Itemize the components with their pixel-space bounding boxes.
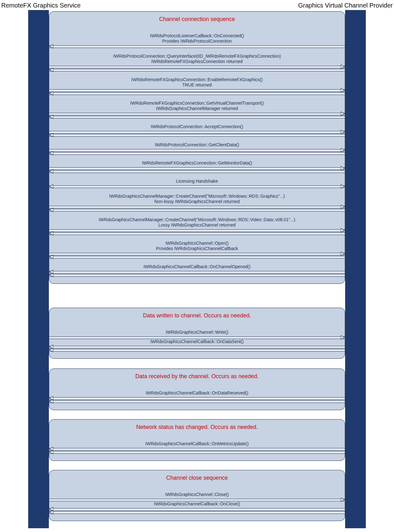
message-text: IWRdsRemoteFXGraphicsConnection::EnableR… <box>49 77 345 82</box>
message-labels: IWRdsRemoteFXGraphicsConnection::GetVirt… <box>49 101 345 112</box>
arrow-left-icon <box>49 68 345 71</box>
arrow-left-icon <box>49 345 345 348</box>
sequence-diagram: RemoteFX Graphics Service Graphics Virtu… <box>0 0 394 532</box>
arrow-left-icon <box>49 447 345 451</box>
fragment: Channel close sequenceIWRdsGraphicsChann… <box>49 470 345 521</box>
message-text: IWRdsGraphicsChannelCallback::OnMetricsU… <box>49 441 345 446</box>
fragment-title: Channel connection sequence <box>49 15 345 28</box>
arrow-right-icon <box>49 112 345 115</box>
arrow-left-icon <box>49 208 345 211</box>
message-step: IWRdsGraphicsChannel::Open()Provides IWR… <box>49 241 345 258</box>
message-text: IWRdsGraphicsChannelCallback::OnDataSent… <box>49 339 345 344</box>
fragment: Channel connection sequenceIWRdsProtocol… <box>49 11 345 284</box>
arrow-left-icon <box>49 511 345 514</box>
message-text: IWRdsRemoteFXGraphicsConnection returned <box>49 59 345 64</box>
message-labels: IWRdsGraphicsChannelCallback::OnMetricsU… <box>49 441 345 447</box>
message-text: IWRdsProtocolConnection::AcceptConnectio… <box>49 124 345 129</box>
fragment-box: Data received by the channel. Occurs as … <box>49 368 345 410</box>
message-labels: IWRdsGraphicsChannel::Close() <box>49 492 345 498</box>
arrow-right-icon <box>49 498 345 501</box>
arrow-left-icon <box>49 115 345 118</box>
arrow-left-icon <box>49 255 345 258</box>
arrow-left-icon <box>49 170 345 173</box>
arrow-left-icon <box>49 451 345 454</box>
message-step: IWRdsGraphicsChannelCallback::OnDataSent… <box>49 339 345 352</box>
message-text: IWRdsGraphicsChannelCallback::OnClose() <box>49 501 345 506</box>
message-step: IWRdsGraphicsChannelCallback::OnChannelO… <box>49 264 345 277</box>
message-text: IWRdsRemoteFXGraphicsConnection::GetMoni… <box>49 160 345 165</box>
message-labels: IWRdsGraphicsChannelManager::CreateChann… <box>49 194 345 205</box>
arrow-left-icon <box>49 45 345 48</box>
message-text: IWRdsProtocolConnection::QueryInterface(… <box>49 54 345 59</box>
fragment-box: Channel close sequenceIWRdsGraphicsChann… <box>49 470 345 521</box>
message-step: IWRdsProtocolListenerCallback::OnConnect… <box>49 33 345 48</box>
arrow-right-icon <box>49 89 345 92</box>
message-text: IWRdsGraphicsChannelManager::CreateChann… <box>49 217 345 222</box>
message-text: IWRdsGraphicsChannel::Close() <box>49 492 345 497</box>
message-text: IWRdsGraphicsChannel::Write() <box>49 330 345 335</box>
fragment: Data written to channel. Occurs as neede… <box>49 308 345 359</box>
arrow-left-icon <box>49 133 345 137</box>
message-text: IWRdsGraphicsChannelCallback::OnDataRece… <box>49 390 345 395</box>
message-text: Non-lossy IWRdsGraphicsChannel returned <box>49 199 345 204</box>
message-step: IWRdsGraphicsChannelCallback::OnClose() <box>49 501 345 514</box>
arrow-left-icon <box>49 270 345 274</box>
message-text: TRUE returned <box>49 82 345 87</box>
arrow-right-icon <box>49 252 345 255</box>
fragment-title: Data written to channel. Occurs as neede… <box>49 311 345 324</box>
message-text: Lossy IWRdsGraphicsChannel returned <box>49 222 345 227</box>
message-step: IWRdsGraphicsChannel::Write() <box>49 330 345 339</box>
arrow-left-icon <box>49 400 345 403</box>
message-labels: IWRdsGraphicsChannelCallback::OnClose() <box>49 501 345 508</box>
message-text: Licensing Handshake <box>49 179 345 184</box>
message-labels: IWRdsGraphicsChannelCallback::OnChannelO… <box>49 264 345 270</box>
message-step: IWRdsProtocolConnection::GetClientData() <box>49 142 345 155</box>
message-labels: IWRdsGraphicsChannel::Open()Provides IWR… <box>49 241 345 252</box>
message-labels: IWRdsRemoteFXGraphicsConnection::GetMoni… <box>49 160 345 167</box>
message-step: IWRdsProtocolConnection::AcceptConnectio… <box>49 124 345 137</box>
arrow-left-icon <box>49 274 345 277</box>
arrow-right-icon <box>49 205 345 208</box>
message-labels: IWRdsProtocolListenerCallback::OnConnect… <box>49 33 345 45</box>
message-text: IWRdsGraphicsChannelManager::CreateChann… <box>49 194 345 199</box>
message-step: IWRdsRemoteFXGraphicsConnection::GetMoni… <box>49 160 345 173</box>
message-text: Provides IWRdsGraphicsChannelCallback <box>49 246 345 251</box>
message-labels: IWRdsProtocolConnection::AcceptConnectio… <box>49 124 345 130</box>
message-step: IWRdsGraphicsChannel::Close() <box>49 492 345 501</box>
arrow-right-icon <box>49 167 345 170</box>
message-text: IWRdsProtocolListenerCallback::OnConnect… <box>49 33 345 38</box>
fragment: Network status has changed. Occurs as ne… <box>49 419 345 461</box>
message-text: IWRdsGraphicsChannelManager returned <box>49 106 345 111</box>
message-text: Provides IWRdsProtocolConnection <box>49 39 345 44</box>
message-labels: IWRdsGraphicsChannel::Write() <box>49 330 345 336</box>
message-text: IWRdsGraphicsChannelCallback::OnChannelO… <box>49 264 345 269</box>
message-step: Licensing Handshake <box>49 179 345 188</box>
message-step: IWRdsGraphicsChannelManager::CreateChann… <box>49 194 345 211</box>
arrow-left-icon <box>49 92 345 95</box>
fragment-title: Network status has changed. Occurs as ne… <box>49 423 345 436</box>
message-labels: IWRdsProtocolConnection::QueryInterface(… <box>49 54 345 65</box>
fragment-box: Channel connection sequenceIWRdsProtocol… <box>49 11 345 284</box>
arrow-left-icon <box>49 348 345 352</box>
message-labels: IWRdsGraphicsChannelManager::CreateChann… <box>49 217 345 229</box>
message-labels: IWRdsGraphicsChannelCallback::OnDataRece… <box>49 390 345 397</box>
arrow-right-icon <box>49 336 345 339</box>
arrow-right-icon <box>49 65 345 68</box>
message-labels: IWRdsProtocolConnection::GetClientData() <box>49 142 345 149</box>
arrow-bidirectional-icon <box>49 185 345 188</box>
message-step: IWRdsProtocolConnection::QueryInterface(… <box>49 54 345 71</box>
message-labels: Licensing Handshake <box>49 179 345 185</box>
message-text: IWRdsRemoteFXGraphicsConnection::GetVirt… <box>49 101 345 106</box>
arrow-right-icon <box>49 229 345 232</box>
message-text: IWRdsGraphicsChannel::Open() <box>49 241 345 246</box>
lifeline-left <box>28 10 49 528</box>
message-step: IWRdsGraphicsChannelCallback::OnDataRece… <box>49 390 345 403</box>
arrow-left-icon <box>49 397 345 400</box>
message-labels: IWRdsGraphicsChannelCallback::OnDataSent… <box>49 339 345 345</box>
fragment-title: Data received by the channel. Occurs as … <box>49 372 345 385</box>
fragment-title: Channel close sequence <box>49 473 345 486</box>
message-step: IWRdsRemoteFXGraphicsConnection::GetVirt… <box>49 101 345 118</box>
fragment-box: Network status has changed. Occurs as ne… <box>49 419 345 461</box>
fragment: Data received by the channel. Occurs as … <box>49 368 345 410</box>
participant-right-label: Graphics Virtual Channel Provider <box>298 2 393 9</box>
